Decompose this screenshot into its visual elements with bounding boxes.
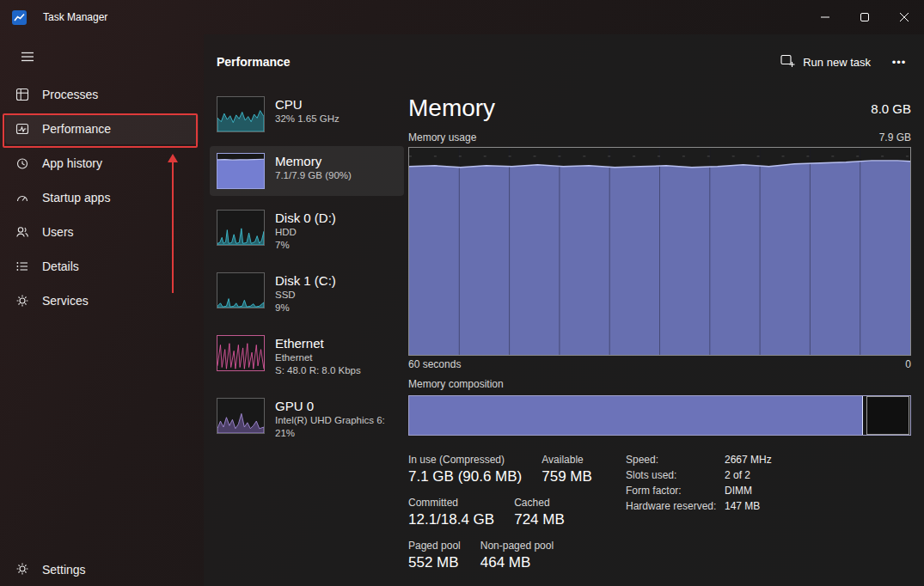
task-manager-window: Task Manager Processes [0, 0, 924, 586]
memory-title: Memory [408, 95, 495, 122]
perf-item-detail: Intel(R) UHD Graphics 6: [275, 414, 385, 427]
details-list-icon [15, 259, 29, 273]
perf-item-detail: 7% [275, 239, 336, 252]
cpu-mini-chart [217, 96, 265, 132]
gpu-mini-chart [217, 398, 265, 434]
startup-meter-icon [15, 191, 29, 204]
users-icon [15, 225, 29, 239]
perf-item-detail: SSD [275, 289, 336, 302]
memory-mini-chart [217, 153, 265, 189]
titlebar: Task Manager [0, 0, 924, 34]
window-controls [805, 0, 924, 34]
maximize-button[interactable] [845, 0, 884, 34]
disk1-mini-chart [217, 272, 265, 308]
perf-item-detail: Ethernet [275, 351, 361, 364]
memory-usage-chart [408, 147, 911, 356]
memory-composition-label: Memory composition [408, 378, 911, 390]
sidebar-item-services[interactable]: Services [5, 285, 199, 316]
processes-grid-icon [15, 88, 29, 101]
stat-value: 12.1/18.4 GB [408, 511, 494, 528]
settings-gear-icon [15, 562, 29, 578]
memory-scale-max: 7.9 GB [879, 131, 911, 143]
sidebar-item-label: App history [42, 156, 102, 170]
perf-item-name: CPU [275, 96, 340, 113]
sidebar-item-label: Users [42, 225, 74, 239]
stat-committed: Committed 12.1/18.4 GB [408, 497, 494, 528]
stat-value: 7.1 GB (90.6 MB) [408, 468, 522, 485]
close-button[interactable] [884, 0, 924, 34]
perf-item-detail: 7.1/7.9 GB (90%) [275, 169, 352, 182]
run-new-task-button[interactable]: Run new task [772, 49, 879, 75]
stat-available: Available 759 MB [542, 454, 592, 485]
run-new-task-label: Run new task [803, 56, 871, 69]
sidebar-item-settings[interactable]: Settings [5, 555, 199, 584]
performance-list: CPU 32% 1.65 GHz Memory 7.1/7.9 GB (90%) [210, 89, 404, 454]
services-gear-icon [15, 294, 29, 308]
page-title: Performance [217, 55, 291, 69]
sidebar-item-startup-apps[interactable]: Startup apps [5, 182, 199, 213]
stat-value: 759 MB [542, 468, 592, 485]
info-value: 147 MB [725, 500, 772, 512]
minimize-button[interactable] [805, 0, 845, 34]
composition-in-use-segment [409, 396, 863, 435]
perf-item-name: GPU 0 [275, 398, 385, 414]
sidebar-item-label: Details [42, 259, 79, 273]
sidebar-item-label: Startup apps [42, 191, 110, 204]
perf-item-name: Disk 1 (C:) [275, 272, 336, 289]
disk0-mini-chart [217, 210, 265, 246]
sidebar-item-label: Processes [42, 88, 98, 101]
perf-item-detail: HDD [275, 226, 336, 239]
sidebar-item-app-history[interactable]: App history [5, 148, 199, 179]
sidebar-item-details[interactable]: Details [5, 251, 199, 282]
perf-item-disk1[interactable]: Disk 1 (C:) SSD 9% [210, 266, 404, 321]
sidebar-item-performance[interactable]: Performance [5, 113, 199, 144]
stat-nonpaged-pool: Non-paged pool 464 MB [480, 540, 554, 571]
stat-value: 552 MB [408, 554, 461, 571]
info-value: DIMM [725, 485, 772, 497]
info-value: 2667 MHz [725, 454, 772, 466]
stat-label: Available [542, 454, 592, 466]
memory-panel: Memory 8.0 GB Memory usage 7.9 GB [408, 89, 911, 586]
chart-time-start: 60 seconds [408, 358, 461, 370]
task-manager-app-icon [12, 10, 27, 25]
perf-item-disk0[interactable]: Disk 0 (D:) HDD 7% [210, 203, 404, 259]
composition-free-segment [866, 396, 909, 435]
memory-composition-bar [408, 395, 911, 436]
info-value: 2 of 2 [725, 469, 772, 481]
perf-item-memory[interactable]: Memory 7.1/7.9 GB (90%) [210, 146, 404, 196]
hamburger-icon [21, 50, 34, 64]
perf-item-detail: 32% 1.65 GHz [275, 113, 340, 125]
settings-label: Settings [42, 563, 86, 577]
stat-label: Non-paged pool [480, 540, 554, 552]
perf-item-gpu[interactable]: GPU 0 Intel(R) UHD Graphics 6: 21% [210, 391, 404, 447]
perf-item-name: Disk 0 (D:) [275, 210, 336, 226]
info-label: Form factor: [626, 485, 725, 497]
ethernet-mini-chart [217, 335, 265, 371]
perf-item-name: Memory [275, 153, 352, 169]
sidebar-item-processes[interactable]: Processes [5, 79, 199, 110]
perf-item-detail: S: 48.0 R: 8.0 Kbps [275, 364, 361, 377]
memory-usage-label: Memory usage [408, 131, 476, 143]
memory-stats: In use (Compressed) 7.1 GB (90.6 MB) Ava… [408, 454, 592, 583]
app-title: Task Manager [43, 11, 107, 23]
sidebar-item-users[interactable]: Users [5, 217, 199, 247]
stat-label: In use (Compressed) [408, 454, 522, 466]
info-label: Speed: [626, 454, 725, 466]
navigation-menu-button[interactable] [10, 41, 45, 72]
stat-label: Committed [408, 497, 494, 509]
memory-hardware-info: Speed: 2667 MHz Slots used: 2 of 2 Form … [626, 454, 772, 512]
chart-time-end: 0 [905, 358, 911, 370]
stat-in-use: In use (Compressed) 7.1 GB (90.6 MB) [408, 454, 522, 485]
perf-item-detail: 9% [275, 302, 336, 314]
performance-gauge-icon [15, 122, 29, 136]
memory-total: 8.0 GB [871, 101, 911, 116]
sidebar-item-label: Performance [42, 122, 111, 136]
stat-label: Paged pool [408, 540, 461, 552]
perf-item-ethernet[interactable]: Ethernet Ethernet S: 48.0 R: 8.0 Kbps [210, 328, 404, 384]
stat-cached: Cached 724 MB [514, 497, 565, 528]
perf-item-cpu[interactable]: CPU 32% 1.65 GHz [210, 89, 404, 139]
more-options-icon[interactable]: ••• [883, 50, 915, 74]
sidebar-nav: Processes Performance App history Startu… [0, 79, 204, 316]
info-label: Hardware reserved: [626, 500, 725, 512]
stat-value: 724 MB [514, 511, 565, 528]
